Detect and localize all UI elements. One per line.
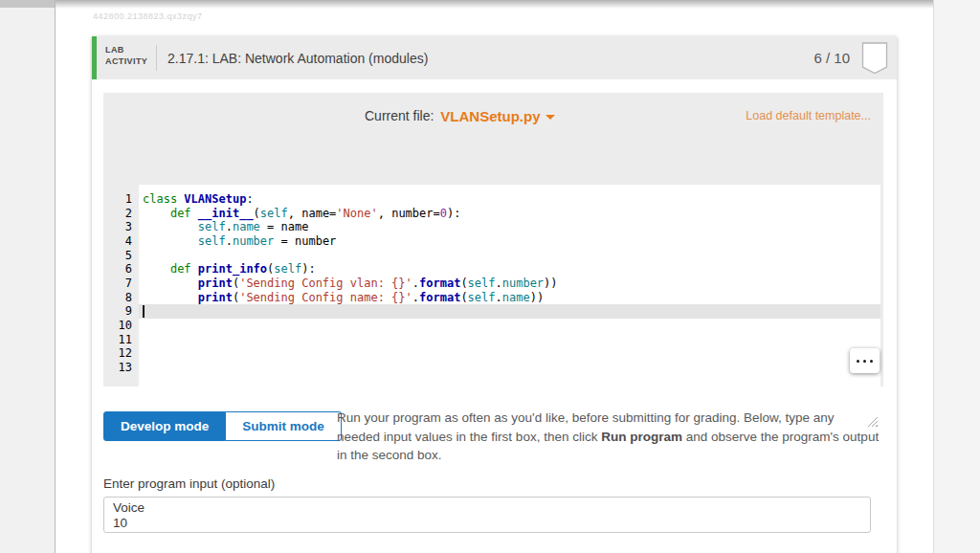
page-watermark: 442800.2138823.qx3zqy7 — [93, 11, 203, 21]
top-toolbar-shadow — [0, 0, 980, 9]
left-page-margin — [0, 0, 56, 553]
code-editor-panel: Current file: VLANSetup.py Load default … — [103, 93, 883, 387]
line-number: 9 — [103, 304, 132, 319]
right-page-margin — [933, 0, 980, 553]
instructions-bold: Run program — [601, 430, 682, 444]
activity-title: 2.17.1: LAB: Network Automation (modules… — [167, 36, 428, 79]
score-value: 6 / 10 — [813, 50, 850, 66]
code-line: def __init__(self, name='None', number=0… — [139, 207, 880, 221]
program-input-textarea[interactable] — [103, 497, 871, 533]
file-bar: Current file: VLANSetup.py Load default … — [103, 93, 883, 139]
program-input-label: Enter program input (optional) — [103, 476, 275, 491]
line-number: 1 — [103, 192, 132, 207]
develop-mode-button[interactable]: Develop mode — [103, 411, 226, 441]
code-line: print('Sending Config name: {}'.format(s… — [139, 291, 880, 305]
line-number: 4 — [103, 234, 132, 249]
code-line — [139, 304, 880, 319]
submit-mode-button[interactable]: Submit mode — [226, 411, 342, 441]
instructions-text: Run your program as often as you'd like,… — [337, 409, 880, 465]
code-line — [139, 333, 880, 347]
lab-activity-card: LAB ACTIVITY 2.17.1: LAB: Network Automa… — [92, 36, 897, 553]
line-number: 11 — [103, 333, 132, 347]
score-area: 6 / 10 — [813, 36, 888, 79]
code-line: self.name = name — [139, 220, 880, 234]
line-number: 3 — [103, 220, 132, 234]
badge-line1: LAB — [105, 44, 147, 55]
header-divider — [156, 45, 157, 71]
current-file-label: Current file: — [365, 108, 434, 123]
line-number: 10 — [103, 319, 132, 333]
current-file-group: Current file: VLANSetup.py — [365, 93, 555, 139]
line-number: 2 — [103, 207, 132, 221]
line-number: 7 — [103, 276, 132, 291]
editor-code-area[interactable]: class VLANSetup: def __init__(self, name… — [139, 185, 880, 429]
code-line — [139, 319, 880, 333]
text-cursor — [143, 305, 145, 318]
line-number: 8 — [103, 291, 132, 305]
mode-toggle-group: Develop mode Submit mode — [103, 411, 342, 441]
bookmark-flag-icon[interactable] — [861, 42, 888, 75]
code-line: def print_info(self): — [139, 262, 880, 276]
dot-icon — [863, 360, 866, 363]
chevron-down-icon — [546, 115, 555, 120]
code-line: class VLANSetup: — [139, 192, 880, 207]
line-number: 13 — [103, 361, 132, 375]
code-editor: 12345678910111213 class VLANSetup: def _… — [103, 185, 880, 429]
code-line — [139, 346, 880, 361]
dot-icon — [870, 360, 873, 363]
file-dropdown-button[interactable]: VLANSetup.py — [440, 108, 554, 124]
lab-activity-header: LAB ACTIVITY 2.17.1: LAB: Network Automa… — [92, 36, 897, 79]
line-number: 5 — [103, 249, 132, 263]
dot-icon — [857, 360, 859, 363]
code-line: print('Sending Config vlan: {}'.format(s… — [139, 276, 880, 291]
badge-line2: ACTIVITY — [105, 55, 147, 67]
activity-accent-bar — [92, 36, 97, 79]
code-line — [139, 361, 880, 375]
line-number: 6 — [103, 262, 132, 276]
code-content: class VLANSetup: def __init__(self, name… — [139, 192, 880, 375]
load-default-template-link[interactable]: Load default template... — [746, 93, 871, 139]
editor-gutter: 12345678910111213 — [103, 185, 139, 429]
code-line: self.number = number — [139, 234, 880, 249]
line-number: 12 — [103, 346, 132, 361]
code-line — [139, 249, 880, 263]
left-margin-top-strip — [0, 0, 55, 8]
editor-more-options-button[interactable] — [850, 348, 880, 373]
lab-activity-badge: LAB ACTIVITY — [105, 44, 147, 67]
current-file-name: VLANSetup.py — [440, 108, 540, 124]
